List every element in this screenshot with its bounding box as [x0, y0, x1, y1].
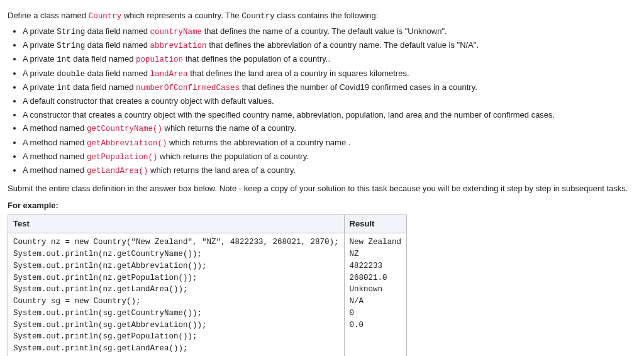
- keyword: getCountryName(): [87, 125, 162, 133]
- text: A private: [23, 26, 57, 36]
- keyword: abbreviation: [150, 42, 207, 50]
- list-item: A default constructor that creates a cou…: [23, 96, 636, 108]
- text: A private: [23, 69, 57, 78]
- text: that defines the population of a country…: [183, 54, 330, 64]
- text: A private: [23, 82, 57, 92]
- keyword: landArea: [150, 70, 188, 79]
- text: that defines the name of a country. The …: [202, 26, 447, 36]
- intro-prefix: Define a class named: [8, 11, 89, 20]
- text: A private: [23, 40, 57, 50]
- text: data field named: [85, 40, 150, 50]
- text: which returns the population of a countr…: [157, 152, 308, 161]
- list-item: A private String data field named abbrev…: [23, 40, 636, 52]
- text: which returns the abbreviation of a coun…: [167, 138, 350, 147]
- list-item: A method named getCountryName() which re…: [23, 123, 636, 135]
- text: which returns the land area of a country…: [148, 165, 296, 175]
- text: that defines the number of Covid19 confi…: [240, 82, 477, 92]
- list-item: A method named getLandArea() which retur…: [23, 165, 636, 177]
- text: data field named: [85, 69, 150, 78]
- keyword: getAbbreviation(): [87, 139, 167, 148]
- mono: String: [57, 28, 85, 36]
- intro-middle: which represents a country. The: [121, 11, 242, 20]
- intro-classname-mono: Country: [242, 12, 275, 21]
- intro-paragraph: Define a class named Country which repre…: [8, 10, 636, 22]
- mono: int: [57, 84, 71, 92]
- list-item: A private int data field named populatio…: [23, 53, 636, 65]
- header-result: Result: [344, 214, 407, 233]
- for-example-label: For example:: [8, 200, 636, 212]
- submit-note: Submit the entire class definition in th…: [8, 183, 636, 195]
- result-cell: New Zealand NZ 4822233 268021.0 Unknown …: [344, 233, 407, 356]
- text: data field named: [71, 54, 136, 64]
- text: A default constructor that creates a cou…: [23, 96, 274, 106]
- example-table: Test Result Country nz = new Country("Ne…: [8, 214, 407, 356]
- text: A private: [23, 54, 57, 64]
- intro-classname: Country: [89, 12, 122, 21]
- header-test: Test: [8, 214, 345, 233]
- keyword: getLandArea(): [87, 167, 148, 175]
- intro-suffix: class contains the following:: [275, 11, 379, 20]
- text: A constructor that creates a country obj…: [23, 110, 555, 120]
- mono: String: [57, 42, 85, 50]
- text: A method named: [23, 123, 87, 133]
- list-item: A method named getAbbreviation() which r…: [23, 137, 636, 149]
- list-item: A constructor that creates a country obj…: [23, 109, 636, 121]
- text: that defines the land area of a country …: [188, 69, 409, 78]
- keyword: population: [136, 55, 183, 64]
- mono: double: [57, 70, 85, 79]
- keyword: numberOfConfirmedCases: [136, 84, 240, 92]
- list-item: A method named getPopulation() which ret…: [23, 151, 636, 163]
- text: which returns the name of a country.: [162, 123, 296, 133]
- spec-list: A private String data field named countr…: [8, 26, 636, 177]
- text: A method named: [23, 138, 87, 147]
- keyword: getPopulation(): [87, 153, 158, 162]
- list-item: A private int data field named numberOfC…: [23, 82, 636, 94]
- test-cell: Country nz = new Country("New Zealand", …: [8, 233, 345, 356]
- table-header-row: Test Result: [8, 214, 407, 233]
- list-item: A private String data field named countr…: [23, 26, 636, 38]
- keyword: countryName: [150, 28, 203, 36]
- list-item: A private double data field named landAr…: [23, 68, 636, 80]
- text: data field named: [85, 26, 150, 36]
- mono: int: [57, 55, 71, 64]
- text: A method named: [23, 165, 87, 175]
- table-row: Country nz = new Country("New Zealand", …: [8, 233, 407, 356]
- text: data field named: [71, 82, 136, 92]
- text: A method named: [23, 152, 87, 161]
- text: that defines the abbreviation of a count…: [207, 40, 479, 50]
